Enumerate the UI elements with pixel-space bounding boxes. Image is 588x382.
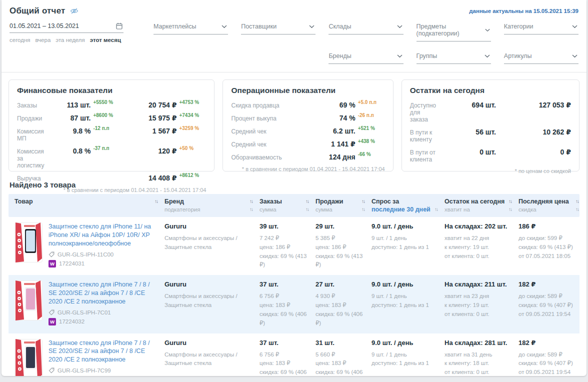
product-cell: Защитное стекло для iPhone 11/ на iPhone…: [14, 222, 164, 268]
select-label: Поставщики: [241, 23, 276, 30]
sort-icon[interactable]: ↑↓: [434, 206, 438, 214]
quick-date-filters: сегодня вчера эта неделя этот месяц: [10, 37, 124, 43]
product-sku: GUR-GLS-IPH-7C99: [58, 368, 111, 374]
filter-select-groups[interactable]: Группы: [416, 52, 491, 64]
sort-icon[interactable]: ↑↓: [306, 206, 308, 214]
card-title: Остатки на сегодня: [410, 86, 571, 95]
metric-change: +7434 %: [179, 112, 206, 118]
quick-filter-this-month[interactable]: этот месяц: [90, 37, 121, 43]
quick-filter-yesterday[interactable]: вчера: [36, 37, 51, 43]
metric-label: Заказы: [17, 101, 44, 109]
metric-label: Средний чек: [231, 140, 310, 148]
select-label: Маркетплейсы: [154, 23, 196, 30]
metric-value: 10 262 ₽: [543, 128, 571, 136]
chevron-down-icon: [484, 54, 490, 58]
products-table: Найдено 3 товара Товар↑↓ Бренд↑↓ подкате…: [2, 180, 586, 376]
demand-cell: 9.0 шт. / день 9 шт. / 1 день доступно: …: [372, 280, 444, 310]
sort-icon[interactable]: ↑↓: [306, 198, 308, 206]
metric-value: 20 754 ₽: [148, 101, 176, 109]
metric-row: Средний чек 6.2 шт.+521 %: [231, 127, 384, 135]
brand-cell: Gururu Смартфоны и аксессуары / Защитные…: [164, 339, 260, 368]
sort-icon[interactable]: ↑↓: [362, 206, 364, 214]
filter-select-warehouses[interactable]: Склады: [328, 22, 403, 34]
quick-filter-this-week[interactable]: эта неделя: [56, 37, 85, 43]
filter-select-marketplaces[interactable]: Маркетплейсы: [154, 22, 228, 34]
product-image[interactable]: [14, 339, 42, 376]
select-label: Группы: [416, 52, 438, 60]
metric-change: -66 %: [358, 152, 385, 157]
metric-value: 0 шт.: [480, 148, 496, 156]
metric-value: 74 %: [340, 114, 356, 122]
chevron-down-icon: [572, 54, 578, 58]
product-sku: GUR-GLS-IPH-11C00: [58, 252, 114, 258]
table-row: Защитное стекло для iPhone 11/ на iPhone…: [8, 217, 580, 275]
chevron-down-icon: [397, 25, 402, 28]
metric-value: 0 ₽: [560, 148, 571, 156]
metric-change: -26 п.п: [358, 112, 385, 118]
operational-card: Операционные показатели Скидка продавца …: [222, 80, 393, 172]
sort-icon[interactable]: ↑↓: [508, 198, 512, 206]
metric-change: +5550 %: [93, 100, 120, 105]
product-cell: Защитное стекло для iPhone 7 / 8 / SE 20…: [14, 339, 164, 376]
metric-row: В пути от клиента 0 шт. 0 ₽: [410, 148, 571, 163]
brand-cell: Gururu Смартфоны и аксессуары / Защитные…: [164, 280, 260, 310]
stock-cell: На складах: 281 шт. хватит на 31 день к …: [444, 339, 518, 376]
sort-icon[interactable]: ↑↓: [576, 198, 578, 206]
quick-filter-today[interactable]: сегодня: [10, 37, 30, 43]
metric-change: +521 %: [358, 126, 385, 131]
sort-icon[interactable]: ↑↓: [508, 206, 512, 214]
orders-cell: 39 шт. 7 242 ₽ цена: 186 ₽ скидка: 69 % …: [260, 222, 316, 270]
metric-label: Средний чек: [231, 127, 310, 135]
product-link[interactable]: Защитное стекло для iPhone 7 / 8 / SE 20…: [48, 339, 158, 364]
wildberries-icon: W: [48, 260, 56, 268]
metric-row: Оборачиваемость 124 дня-66 %: [231, 153, 384, 161]
chevron-down-icon: [397, 54, 402, 58]
filter-selects: Маркетплейсы Поставщики Склады Предметы …: [154, 22, 578, 64]
metric-change: +8600 %: [93, 112, 120, 118]
product-link[interactable]: Защитное стекло для iPhone 7 / 8 / SE 20…: [48, 280, 158, 306]
metric-value: 113 шт.: [67, 101, 91, 109]
metric-row: Процент выкупа 74 %-26 п.п: [231, 114, 384, 122]
filter-select-subjects[interactable]: Предметы (подкатегории): [416, 22, 491, 42]
metric-label: Доступно для заказа: [410, 101, 436, 123]
metric-value: 69 %: [340, 101, 356, 109]
kpi-cards: Финансовые показатели Заказы 113 шт.+555…: [2, 72, 586, 172]
metric-change: +8612 %: [179, 172, 206, 178]
stock-card: Остатки на сегодня Доступно для заказа 6…: [402, 80, 580, 172]
sales-cell: 31 шт. 5 660 ₽ цена: 183 ₽ скидка: 69 % …: [316, 339, 372, 376]
metric-label: В пути к клиенту: [410, 128, 436, 143]
sort-icon[interactable]: ↑↓: [250, 198, 252, 206]
chevron-down-icon: [485, 28, 490, 32]
filter-select-brands[interactable]: Бренды: [328, 52, 403, 64]
select-label: Категории: [504, 23, 534, 30]
comparison-note: * в сравнении с периодом 01.04.2021 - 15…: [231, 166, 384, 172]
date-range-input[interactable]: 01.05.2021 – 13.05.2021: [10, 21, 124, 33]
sort-icon[interactable]: ↑↓: [576, 206, 578, 214]
metric-label: Комиссия за логистику: [17, 147, 44, 169]
tag-icon: [48, 368, 54, 374]
sort-icon[interactable]: ↑↓: [362, 198, 364, 206]
product-image[interactable]: [14, 280, 42, 320]
filter-select-categories[interactable]: Категории: [504, 22, 578, 34]
metric-value: 9.8 %: [73, 127, 91, 135]
product-link[interactable]: Защитное стекло для iPhone 11/ на iPhone…: [48, 222, 158, 248]
metric-label: Продажи: [17, 114, 44, 122]
sort-icon[interactable]: ↑↓: [250, 206, 252, 214]
filter-select-articles[interactable]: Артикулы: [504, 52, 578, 64]
metric-row: Комиссия за логистику 0.8 %-37 п.п 120 ₽…: [17, 147, 206, 169]
stock-cell: На складах: 202 шт. хватит на 22 дня к к…: [444, 222, 518, 260]
column-orders: Заказы↑↓ сумма↑↓: [260, 198, 316, 214]
metric-value: 6.2 шт.: [333, 127, 356, 135]
product-image[interactable]: [14, 222, 42, 262]
column-demand: Спрос за последние 30 дней↑↓: [372, 198, 444, 214]
filter-select-suppliers[interactable]: Поставщики: [241, 22, 316, 34]
metric-row: В пути к клиенту 56 шт. 10 262 ₽: [410, 128, 571, 143]
demand-period-link[interactable]: последние 30 дней: [372, 206, 430, 214]
metric-row: Продажи 87 шт.+8600 % 15 975 ₽+7434 %: [17, 114, 206, 122]
data-updated-label: данные актуальны на 15.05.2021 15:39: [469, 8, 578, 14]
sort-icon[interactable]: ↑↓: [154, 198, 158, 206]
column-sales: Продажи↑↓ сумма↑↓: [316, 198, 372, 214]
chevron-down-icon: [309, 25, 314, 28]
visibility-off-icon[interactable]: [70, 6, 79, 16]
metric-value: 14 408 ₽: [148, 174, 176, 182]
